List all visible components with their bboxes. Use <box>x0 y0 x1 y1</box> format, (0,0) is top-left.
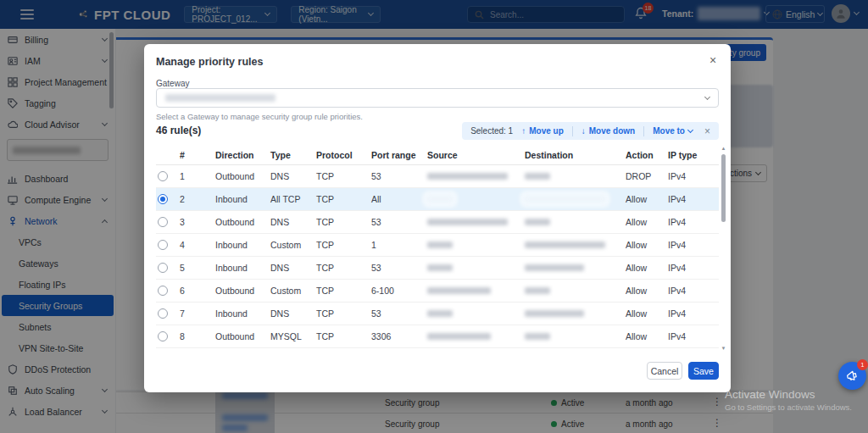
announcements-fab-button[interactable]: 1 <box>838 362 866 390</box>
rule-direction: Inbound <box>215 308 270 319</box>
rule-radio[interactable] <box>158 217 168 227</box>
rule-row[interactable]: 8 Outbound MYSQL TCP 3306 Allow IPv4 <box>156 325 719 348</box>
rule-radio[interactable] <box>158 240 168 250</box>
rule-direction: Outbound <box>215 331 270 341</box>
rule-direction: Inbound <box>215 263 270 273</box>
col-header: Direction <box>215 150 270 160</box>
rule-type: DNS <box>270 171 316 181</box>
rule-row[interactable]: 6 Outbound Custom TCP 6-100 Allow IPv4 <box>156 280 719 303</box>
move-to-label: Move to <box>653 126 685 136</box>
rule-number: 4 <box>180 240 215 250</box>
rule-destination-redacted <box>525 331 626 341</box>
rule-row[interactable]: 4 Inbound Custom TCP 1 Allow IPv4 <box>156 234 719 257</box>
rule-destination-redacted <box>525 286 626 296</box>
rule-number: 7 <box>180 308 215 319</box>
col-header: # <box>180 150 215 160</box>
gateway-select[interactable] <box>156 88 719 108</box>
col-header: Destination <box>525 150 626 160</box>
rule-port-range: 6-100 <box>371 286 427 296</box>
cancel-button[interactable]: Cancel <box>647 362 682 380</box>
scroll-down-icon[interactable]: ▼ <box>721 346 726 351</box>
fab-badge: 1 <box>857 359 868 370</box>
chevron-down-icon <box>687 127 693 133</box>
rule-protocol: TCP <box>316 263 371 273</box>
rule-radio[interactable] <box>158 263 168 273</box>
rule-source-redacted <box>427 286 525 296</box>
rule-port-range: 3306 <box>371 331 427 341</box>
rule-action: Allow <box>626 308 668 319</box>
scroll-up-icon[interactable]: ▲ <box>721 146 726 151</box>
rules-table-scrollbar[interactable]: ▲ ▼ <box>721 146 726 351</box>
col-header: Protocol <box>316 150 371 160</box>
move-up-label: Move up <box>529 126 564 136</box>
rule-row[interactable]: 3 Outbound DNS TCP 53 Allow IPv4 <box>156 211 719 234</box>
rule-row-selected[interactable]: 2 Inbound All TCP TCP All Allow IPv4 <box>156 188 719 211</box>
modal-footer: Cancel Save <box>647 362 719 380</box>
close-icon[interactable] <box>705 53 721 68</box>
rule-protocol: TCP <box>316 286 371 296</box>
rule-radio[interactable] <box>158 286 168 296</box>
rule-protocol: TCP <box>316 194 371 204</box>
rule-type: Custom <box>270 286 316 296</box>
rule-port-range: 53 <box>371 263 427 273</box>
rules-count: 46 rule(s) <box>156 125 201 136</box>
rule-radio[interactable] <box>158 331 168 341</box>
rules-table-header: # Direction Type Protocol Port range Sou… <box>156 146 719 165</box>
rule-action: Allow <box>626 263 668 273</box>
rule-action: DROP <box>626 171 668 181</box>
rule-source-redacted <box>427 217 525 227</box>
move-down-button[interactable]: ↓Move down <box>581 126 635 136</box>
modal-title: Manage priority rules <box>156 56 263 68</box>
toolbar-divider <box>643 126 644 136</box>
rule-source-redacted <box>427 263 525 273</box>
rule-row[interactable]: 1 Outbound DNS TCP 53 DROP IPv4 <box>156 165 719 188</box>
clear-selection-icon[interactable] <box>704 125 710 137</box>
rule-direction: Inbound <box>215 240 270 250</box>
rule-row[interactable]: 7 Inbound DNS TCP 53 Allow IPv4 <box>156 303 719 325</box>
rule-destination-redacted <box>525 194 626 204</box>
rule-destination-redacted <box>525 217 626 227</box>
move-to-button[interactable]: Move to <box>653 126 693 136</box>
rules-table: # Direction Type Protocol Port range Sou… <box>156 146 719 348</box>
rule-port-range: All <box>371 194 427 204</box>
rule-source-redacted <box>427 240 525 250</box>
col-header: Action <box>626 150 668 160</box>
megaphone-icon <box>843 367 860 384</box>
rule-radio-selected[interactable] <box>158 194 168 204</box>
rule-row[interactable]: 5 Inbound DNS TCP 53 Allow IPv4 <box>156 257 719 280</box>
rule-ip-type: IPv4 <box>668 331 710 341</box>
rule-protocol: TCP <box>316 240 371 250</box>
rule-direction: Outbound <box>215 286 270 296</box>
rule-protocol: TCP <box>316 331 371 341</box>
rule-ip-type: IPv4 <box>668 263 710 273</box>
rule-number: 3 <box>180 217 215 227</box>
selected-count: Selected: 1 <box>470 126 513 136</box>
selection-toolbar: Selected: 1 ↑Move up ↓Move down Move to <box>462 122 719 140</box>
col-header: Type <box>270 150 316 160</box>
rule-number: 5 <box>180 263 215 273</box>
rule-protocol: TCP <box>316 308 371 319</box>
scrollbar-thumb[interactable] <box>721 154 726 222</box>
rule-type: DNS <box>270 308 316 319</box>
col-header: Source <box>427 150 525 160</box>
rule-number: 2 <box>180 194 215 204</box>
rule-type: DNS <box>270 217 316 227</box>
rule-type: Custom <box>270 240 316 250</box>
move-up-button[interactable]: ↑Move up <box>521 126 564 136</box>
rule-number: 6 <box>180 286 215 296</box>
rule-radio[interactable] <box>158 171 168 181</box>
rule-ip-type: IPv4 <box>668 171 710 181</box>
gateway-value-redacted <box>165 94 275 102</box>
rule-number: 8 <box>180 331 215 341</box>
rule-action: Allow <box>626 331 668 341</box>
rule-destination-redacted <box>525 263 626 273</box>
manage-priority-rules-modal: Manage priority rules Gateway Select a G… <box>144 44 731 392</box>
rule-destination-redacted <box>525 171 626 181</box>
arrow-down-icon: ↓ <box>581 126 586 136</box>
save-button[interactable]: Save <box>688 362 719 380</box>
rule-ip-type: IPv4 <box>668 308 710 319</box>
rule-ip-type: IPv4 <box>668 194 710 204</box>
rule-port-range: 53 <box>371 217 427 227</box>
rule-direction: Outbound <box>215 171 270 181</box>
rule-radio[interactable] <box>158 308 168 319</box>
